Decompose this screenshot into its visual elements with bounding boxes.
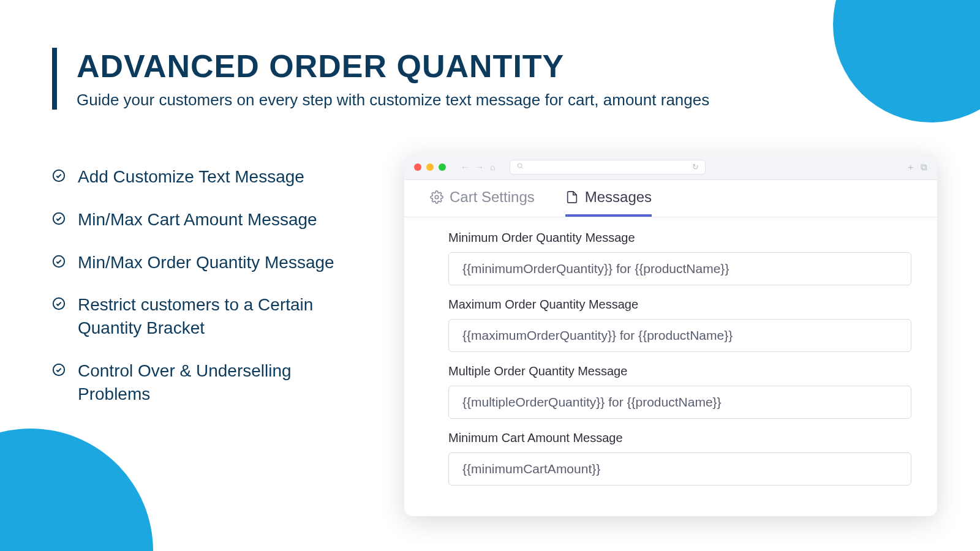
check-circle-icon — [52, 255, 66, 268]
copy-icon[interactable]: ⧉ — [921, 162, 927, 173]
home-icon[interactable]: ⌂ — [490, 162, 495, 172]
reload-icon[interactable]: ↻ — [692, 162, 699, 171]
tab-cart-settings[interactable]: Cart Settings — [430, 189, 535, 217]
svg-point-6 — [435, 195, 439, 199]
field-label: Multiple Order Quantity Message — [448, 364, 911, 378]
min-order-qty-input[interactable] — [448, 252, 911, 285]
feature-item: Control Over & Underselling Problems — [52, 359, 346, 406]
tab-label: Messages — [585, 189, 652, 206]
feature-item: Min/Max Order Quantity Message — [52, 251, 346, 274]
field-label: Minimum Cart Amount Message — [448, 431, 911, 445]
svg-point-5 — [518, 163, 522, 168]
feature-text: Add Customize Text Message — [78, 165, 304, 189]
zoom-dot-icon[interactable] — [439, 163, 446, 171]
messages-form: Minimum Order Quantity Message Maximum O… — [404, 217, 937, 516]
url-bar[interactable]: ↻ — [510, 160, 706, 174]
minimize-dot-icon[interactable] — [426, 163, 434, 171]
decorative-bottom-left — [0, 429, 153, 551]
tab-messages[interactable]: Messages — [565, 189, 652, 217]
field-multiple-order-qty: Multiple Order Quantity Message — [448, 364, 911, 419]
max-order-qty-input[interactable] — [448, 319, 911, 352]
field-min-order-qty: Minimum Order Quantity Message — [448, 231, 911, 285]
check-circle-icon — [52, 169, 66, 182]
nav-arrows: ← → ⌂ — [461, 162, 495, 172]
page-header: ADVANCED ORDER QUANTITY Guide your custo… — [52, 48, 709, 110]
back-icon[interactable]: ← — [461, 162, 469, 172]
feature-text: Min/Max Cart Amount Message — [78, 208, 317, 231]
page-title: ADVANCED ORDER QUANTITY — [77, 48, 709, 84]
feature-item: Min/Max Cart Amount Message — [52, 208, 346, 231]
feature-text: Min/Max Order Quantity Message — [78, 251, 334, 274]
page-subtitle: Guide your customers on every step with … — [77, 91, 709, 110]
file-icon — [565, 190, 579, 204]
feature-text: Restrict customers to a Certain Quantity… — [78, 293, 346, 340]
min-cart-amount-input[interactable] — [448, 452, 911, 485]
field-min-cart-amount: Minimum Cart Amount Message — [448, 431, 911, 485]
field-label: Minimum Order Quantity Message — [448, 231, 911, 245]
field-label: Maximum Order Quantity Message — [448, 298, 911, 312]
check-circle-icon — [52, 212, 66, 225]
gear-icon — [430, 190, 443, 204]
check-circle-icon — [52, 363, 66, 377]
new-tab-icon[interactable]: + — [908, 162, 913, 173]
feature-text: Control Over & Underselling Problems — [78, 359, 346, 406]
check-circle-icon — [52, 297, 66, 310]
multiple-order-qty-input[interactable] — [448, 386, 911, 419]
tab-label: Cart Settings — [450, 189, 535, 206]
search-icon — [516, 162, 524, 171]
browser-mockup: ← → ⌂ ↻ + ⧉ Cart Settings Messages — [404, 154, 937, 516]
traffic-lights — [414, 163, 446, 171]
settings-tabs: Cart Settings Messages — [404, 180, 937, 217]
close-dot-icon[interactable] — [414, 163, 421, 171]
feature-item: Add Customize Text Message — [52, 165, 346, 189]
decorative-top-right — [833, 0, 980, 122]
field-max-order-qty: Maximum Order Quantity Message — [448, 298, 911, 352]
browser-chrome: ← → ⌂ ↻ + ⧉ — [404, 154, 937, 180]
feature-list: Add Customize Text Message Min/Max Cart … — [52, 165, 346, 425]
forward-icon[interactable]: → — [475, 162, 484, 172]
feature-item: Restrict customers to a Certain Quantity… — [52, 293, 346, 340]
